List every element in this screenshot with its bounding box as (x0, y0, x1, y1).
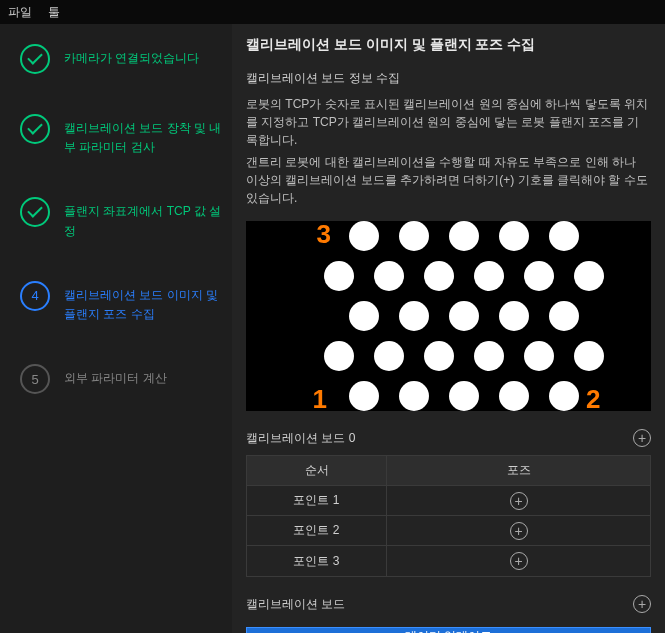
step-2[interactable]: 캘리브레이션 보드 장착 및 내부 파라미터 검사 (20, 114, 224, 157)
update-data-button[interactable]: 데이터 업데이트 (246, 627, 651, 633)
check-icon (20, 197, 50, 227)
corner-marker-1: 1 (313, 384, 327, 415)
add-pose-icon[interactable]: + (510, 552, 528, 570)
step-4[interactable]: 4 캘리브레이션 보드 이미지 및 플랜지 포즈 수집 (20, 281, 224, 324)
step-number-icon: 4 (20, 281, 50, 311)
step-label: 캘리브레이션 보드 이미지 및 플랜지 포즈 수집 (64, 281, 224, 324)
add-board-icon[interactable]: + (633, 429, 651, 447)
instruction-text: 갠트리 로봇에 대한 캘리브레이션을 수행할 때 자유도 부족으로 인해 하나 … (246, 153, 651, 207)
instruction-text: 로봇의 TCP가 숫자로 표시된 캘리브레이션 원의 중심에 하나씩 닿도록 위… (246, 95, 651, 149)
page-title: 캘리브레이션 보드 이미지 및 플랜지 포즈 수집 (246, 36, 651, 54)
row-label: 포인트 2 (247, 516, 387, 545)
step-label: 외부 파라미터 계산 (64, 364, 167, 388)
board-section-title: 캘리브레이션 보드 0 (246, 430, 355, 447)
add-board-icon[interactable]: + (633, 595, 651, 613)
table-row: 포인트 3 + (247, 546, 650, 576)
board-footer-label: 캘리브레이션 보드 (246, 596, 345, 613)
step-label: 플랜지 좌표계에서 TCP 값 설정 (64, 197, 224, 240)
row-label: 포인트 1 (247, 486, 387, 515)
menubar: 파일 툴 (0, 0, 665, 24)
board-footer-header: 캘리브레이션 보드 + (246, 591, 651, 617)
table-row: 포인트 2 + (247, 516, 650, 546)
step-5[interactable]: 5 외부 파라미터 계산 (20, 364, 224, 394)
step-label: 캘리브레이션 보드 장착 및 내부 파라미터 검사 (64, 114, 224, 157)
table-row: 포인트 1 + (247, 486, 650, 516)
board-section-header: 캘리브레이션 보드 0 + (246, 425, 651, 451)
pose-table: 순서 포즈 포인트 1 + 포인트 2 + 포인트 3 + (246, 455, 651, 577)
section-subtitle: 캘리브레이션 보드 정보 수집 (246, 70, 651, 87)
main-panel: 캘리브레이션 보드 이미지 및 플랜지 포즈 수집 캘리브레이션 보드 정보 수… (232, 24, 665, 633)
corner-marker-2: 2 (586, 384, 600, 415)
step-number-icon: 5 (20, 364, 50, 394)
step-1[interactable]: 카메라가 연결되었습니다 (20, 44, 224, 74)
add-pose-icon[interactable]: + (510, 522, 528, 540)
calibration-board-image: 3 1 2 (246, 221, 651, 411)
table-header: 순서 포즈 (247, 456, 650, 486)
col-pose: 포즈 (387, 462, 650, 479)
col-order: 순서 (247, 456, 387, 485)
check-icon (20, 44, 50, 74)
corner-marker-3: 3 (317, 219, 331, 250)
step-3[interactable]: 플랜지 좌표계에서 TCP 값 설정 (20, 197, 224, 240)
check-icon (20, 114, 50, 144)
menu-tools[interactable]: 툴 (48, 4, 60, 21)
add-pose-icon[interactable]: + (510, 492, 528, 510)
steps-sidebar: 카메라가 연결되었습니다 캘리브레이션 보드 장착 및 내부 파라미터 검사 플… (0, 24, 232, 633)
step-label: 카메라가 연결되었습니다 (64, 44, 199, 68)
menu-file[interactable]: 파일 (8, 4, 32, 21)
row-label: 포인트 3 (247, 546, 387, 576)
